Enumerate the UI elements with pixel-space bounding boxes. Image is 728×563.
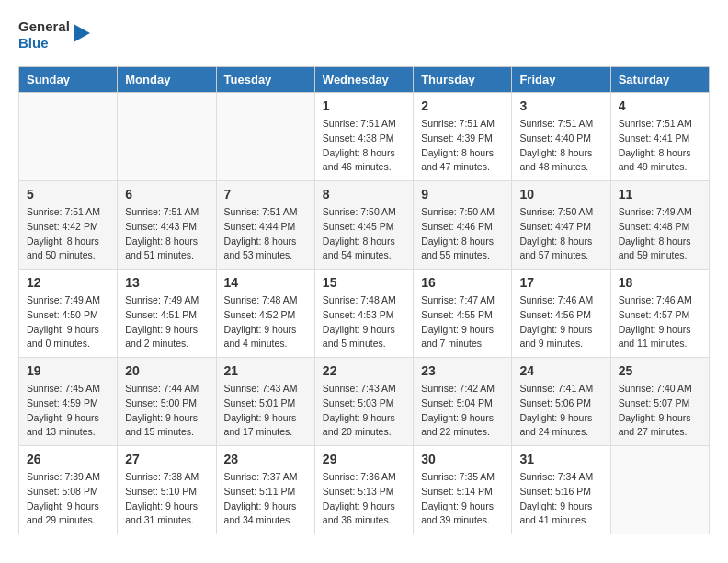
calendar-cell: 31Sunrise: 7:34 AM Sunset: 5:16 PM Dayli…	[512, 446, 610, 534]
day-info: Sunrise: 7:36 AM Sunset: 5:13 PM Dayligh…	[323, 470, 405, 528]
calendar-cell: 18Sunrise: 7:46 AM Sunset: 4:57 PM Dayli…	[610, 270, 709, 358]
calendar-cell: 9Sunrise: 7:50 AM Sunset: 4:46 PM Daylig…	[414, 181, 512, 270]
calendar-week-row: 26Sunrise: 7:39 AM Sunset: 5:08 PM Dayli…	[19, 446, 710, 534]
day-info: Sunrise: 7:46 AM Sunset: 4:56 PM Dayligh…	[519, 293, 602, 351]
calendar-cell: 3Sunrise: 7:51 AM Sunset: 4:40 PM Daylig…	[512, 93, 610, 181]
calendar-cell: 14Sunrise: 7:48 AM Sunset: 4:52 PM Dayli…	[216, 270, 314, 358]
day-number: 27	[125, 452, 208, 466]
calendar-week-row: 19Sunrise: 7:45 AM Sunset: 4:59 PM Dayli…	[19, 358, 710, 446]
calendar-cell: 1Sunrise: 7:51 AM Sunset: 4:38 PM Daylig…	[314, 93, 413, 181]
day-info: Sunrise: 7:43 AM Sunset: 5:03 PM Dayligh…	[323, 382, 405, 440]
calendar-cell	[610, 446, 709, 534]
day-header-wednesday: Wednesday	[314, 67, 413, 93]
day-number: 17	[519, 275, 602, 290]
logo: General Blue	[18, 18, 92, 52]
calendar-cell: 4Sunrise: 7:51 AM Sunset: 4:41 PM Daylig…	[610, 93, 709, 181]
day-info: Sunrise: 7:50 AM Sunset: 4:47 PM Dayligh…	[519, 205, 602, 263]
calendar-cell: 8Sunrise: 7:50 AM Sunset: 4:45 PM Daylig…	[314, 181, 413, 270]
calendar-cell: 16Sunrise: 7:47 AM Sunset: 4:55 PM Dayli…	[414, 270, 512, 358]
day-number: 15	[323, 275, 405, 290]
day-number: 3	[519, 98, 602, 113]
day-number: 25	[619, 363, 701, 378]
day-number: 21	[224, 363, 307, 378]
page-header: General Blue	[18, 18, 710, 52]
calendar-cell: 20Sunrise: 7:44 AM Sunset: 5:00 PM Dayli…	[118, 358, 216, 446]
day-number: 1	[323, 98, 405, 113]
logo-blue: Blue	[18, 35, 70, 52]
logo-text: General Blue	[18, 18, 70, 52]
svg-marker-0	[74, 24, 90, 42]
day-info: Sunrise: 7:51 AM Sunset: 4:38 PM Dayligh…	[323, 117, 405, 175]
calendar-cell: 25Sunrise: 7:40 AM Sunset: 5:07 PM Dayli…	[610, 358, 709, 446]
day-info: Sunrise: 7:34 AM Sunset: 5:16 PM Dayligh…	[519, 470, 602, 528]
calendar-cell: 6Sunrise: 7:51 AM Sunset: 4:43 PM Daylig…	[118, 181, 216, 270]
calendar-cell: 17Sunrise: 7:46 AM Sunset: 4:56 PM Dayli…	[512, 270, 610, 358]
day-info: Sunrise: 7:51 AM Sunset: 4:42 PM Dayligh…	[27, 205, 109, 263]
calendar-week-row: 12Sunrise: 7:49 AM Sunset: 4:50 PM Dayli…	[19, 270, 710, 358]
calendar-week-row: 5Sunrise: 7:51 AM Sunset: 4:42 PM Daylig…	[19, 181, 710, 270]
day-number: 26	[27, 452, 109, 466]
day-info: Sunrise: 7:51 AM Sunset: 4:41 PM Dayligh…	[619, 117, 701, 175]
day-number: 7	[224, 187, 307, 201]
calendar-cell: 27Sunrise: 7:38 AM Sunset: 5:10 PM Dayli…	[118, 446, 216, 534]
calendar-cell: 30Sunrise: 7:35 AM Sunset: 5:14 PM Dayli…	[414, 446, 512, 534]
day-info: Sunrise: 7:40 AM Sunset: 5:07 PM Dayligh…	[619, 382, 701, 440]
calendar-cell: 24Sunrise: 7:41 AM Sunset: 5:06 PM Dayli…	[512, 358, 610, 446]
day-info: Sunrise: 7:49 AM Sunset: 4:50 PM Dayligh…	[27, 293, 109, 351]
day-info: Sunrise: 7:47 AM Sunset: 4:55 PM Dayligh…	[421, 293, 504, 351]
day-number: 12	[27, 275, 109, 290]
calendar-cell	[19, 93, 118, 181]
day-number: 2	[421, 98, 504, 113]
calendar-cell: 12Sunrise: 7:49 AM Sunset: 4:50 PM Dayli…	[19, 270, 118, 358]
day-header-thursday: Thursday	[414, 67, 512, 93]
calendar-cell: 28Sunrise: 7:37 AM Sunset: 5:11 PM Dayli…	[216, 446, 314, 534]
day-header-friday: Friday	[512, 67, 610, 93]
day-number: 29	[323, 452, 405, 466]
calendar-cell: 2Sunrise: 7:51 AM Sunset: 4:39 PM Daylig…	[414, 93, 512, 181]
day-number: 23	[421, 363, 504, 378]
logo: General Blue	[18, 18, 92, 52]
day-number: 19	[27, 363, 109, 378]
day-info: Sunrise: 7:42 AM Sunset: 5:04 PM Dayligh…	[421, 382, 504, 440]
calendar-cell: 11Sunrise: 7:49 AM Sunset: 4:48 PM Dayli…	[610, 181, 709, 270]
day-info: Sunrise: 7:41 AM Sunset: 5:06 PM Dayligh…	[519, 382, 602, 440]
day-number: 5	[27, 187, 109, 201]
day-info: Sunrise: 7:38 AM Sunset: 5:10 PM Dayligh…	[125, 470, 208, 528]
calendar-cell: 26Sunrise: 7:39 AM Sunset: 5:08 PM Dayli…	[19, 446, 118, 534]
day-number: 24	[519, 363, 602, 378]
calendar-header-row: SundayMondayTuesdayWednesdayThursdayFrid…	[19, 67, 710, 93]
calendar-cell: 15Sunrise: 7:48 AM Sunset: 4:53 PM Dayli…	[314, 270, 413, 358]
day-number: 22	[323, 363, 405, 378]
day-number: 20	[125, 363, 208, 378]
calendar-cell: 7Sunrise: 7:51 AM Sunset: 4:44 PM Daylig…	[216, 181, 314, 270]
day-number: 6	[125, 187, 208, 201]
day-info: Sunrise: 7:51 AM Sunset: 4:39 PM Dayligh…	[421, 117, 504, 175]
day-info: Sunrise: 7:49 AM Sunset: 4:48 PM Dayligh…	[619, 205, 701, 263]
logo-general: General	[18, 18, 70, 35]
day-info: Sunrise: 7:49 AM Sunset: 4:51 PM Dayligh…	[125, 293, 208, 351]
day-info: Sunrise: 7:51 AM Sunset: 4:44 PM Dayligh…	[224, 205, 307, 263]
day-header-saturday: Saturday	[610, 67, 709, 93]
day-number: 13	[125, 275, 208, 290]
day-number: 18	[619, 275, 701, 290]
calendar-cell: 22Sunrise: 7:43 AM Sunset: 5:03 PM Dayli…	[314, 358, 413, 446]
calendar-table: SundayMondayTuesdayWednesdayThursdayFrid…	[18, 66, 710, 534]
day-info: Sunrise: 7:51 AM Sunset: 4:40 PM Dayligh…	[519, 117, 602, 175]
day-info: Sunrise: 7:51 AM Sunset: 4:43 PM Dayligh…	[125, 205, 208, 263]
day-number: 16	[421, 275, 504, 290]
day-info: Sunrise: 7:46 AM Sunset: 4:57 PM Dayligh…	[619, 293, 701, 351]
day-number: 4	[619, 98, 701, 113]
day-info: Sunrise: 7:48 AM Sunset: 4:52 PM Dayligh…	[224, 293, 307, 351]
day-info: Sunrise: 7:35 AM Sunset: 5:14 PM Dayligh…	[421, 470, 504, 528]
day-header-tuesday: Tuesday	[216, 67, 314, 93]
calendar-cell: 5Sunrise: 7:51 AM Sunset: 4:42 PM Daylig…	[19, 181, 118, 270]
calendar-cell: 10Sunrise: 7:50 AM Sunset: 4:47 PM Dayli…	[512, 181, 610, 270]
day-number: 11	[619, 187, 701, 201]
day-header-sunday: Sunday	[19, 67, 118, 93]
day-info: Sunrise: 7:50 AM Sunset: 4:46 PM Dayligh…	[421, 205, 504, 263]
calendar-cell: 21Sunrise: 7:43 AM Sunset: 5:01 PM Dayli…	[216, 358, 314, 446]
day-header-monday: Monday	[118, 67, 216, 93]
day-number: 9	[421, 187, 504, 201]
day-info: Sunrise: 7:39 AM Sunset: 5:08 PM Dayligh…	[27, 470, 109, 528]
day-info: Sunrise: 7:45 AM Sunset: 4:59 PM Dayligh…	[27, 382, 109, 440]
